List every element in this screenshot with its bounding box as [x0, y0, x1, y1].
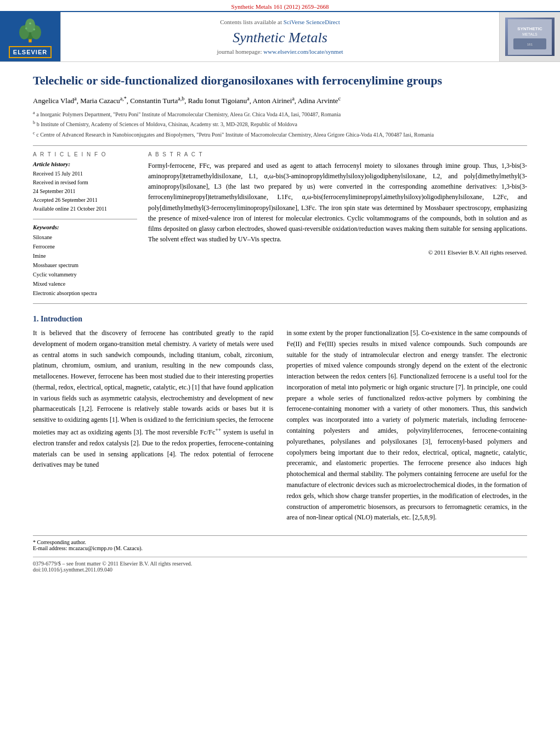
elsevier-wordmark: ELSEVIER [9, 46, 52, 58]
homepage-url[interactable]: www.elsevier.com/locate/synmet [263, 48, 343, 55]
keyword-2: Ferrocene [33, 242, 137, 251]
keyword-5: Cyclic voltammetry [33, 270, 137, 279]
journal-ref-text: Synthetic Metals 161 (2012) 2659–2668 [231, 3, 329, 10]
col-divider [33, 219, 137, 219]
svg-point-7 [29, 22, 31, 25]
journal-header-center: Contents lists available at SciVerse Sci… [60, 12, 500, 61]
svg-point-5 [25, 27, 27, 30]
article-history: Article history: Received 15 July 2011 R… [33, 161, 137, 213]
intro-col-left: It is believed that the discovery of fer… [33, 328, 274, 527]
svg-text:METALS: METALS [522, 32, 538, 36]
sciverse-line: Contents lists available at SciVerse Sci… [220, 19, 340, 25]
intro-columns: It is believed that the discovery of fer… [33, 328, 527, 527]
keywords-section: Keywords: Siloxane Ferrocene Imine Mossb… [33, 224, 137, 298]
section-title-text: Introduction [41, 315, 82, 323]
article-title: Telechelic or side-functionalized diorga… [33, 73, 527, 89]
history-body: Received 15 July 2011 Received in revise… [33, 169, 137, 213]
elsevier-logo-area: ELSEVIER [0, 12, 60, 61]
svg-point-4 [25, 19, 35, 32]
svg-rect-8 [508, 19, 552, 55]
intro-col-right: in some extent by the proper functionali… [287, 328, 528, 527]
svg-point-6 [33, 29, 35, 31]
email-line: E-mail address: mcazacu@icmpp.ro (M. Caz… [33, 545, 527, 551]
homepage-label: journal homepage: [217, 48, 262, 55]
email-address: mcazacu@icmpp.ro (M. Cazacu). [69, 545, 143, 551]
divider-2 [33, 303, 527, 304]
abstract-text: Formyl-ferrocene, FFc, was prepared and … [148, 161, 527, 245]
authors-text: Angelica Vlada, Maria Cazacua,*, Constan… [33, 97, 341, 105]
received-date: Received 15 July 2011 [33, 169, 137, 178]
sciverse-link[interactable]: SciVerse ScienceDirect [284, 19, 340, 25]
article-content: Telechelic or side-functionalized diorga… [0, 62, 560, 584]
affiliations: a a Inorganic Polymers Department, "Petr… [33, 110, 527, 139]
copyright: © 2011 Elsevier B.V. All rights reserved… [148, 249, 527, 256]
corresponding-label: * Corresponding author. [33, 539, 527, 545]
keyword-6: Mixed valence [33, 279, 137, 289]
footnote-section: * Corresponding author. E-mail address: … [33, 535, 527, 551]
history-title: Article history: [33, 161, 137, 167]
article-info-col: A R T I C L E I N F O Article history: R… [33, 151, 137, 298]
article-info-label: A R T I C L E I N F O [33, 151, 137, 157]
issn-line: 0379-6779/$ – see front matter © 2011 El… [33, 561, 527, 567]
authors-line: Angelica Vlada, Maria Cazacua,*, Constan… [33, 95, 527, 105]
keyword-4: Mossbauer spectrum [33, 261, 137, 270]
svg-text:SYNTHETIC: SYNTHETIC [517, 26, 542, 31]
journal-homepage: journal homepage: www.elsevier.com/locat… [217, 48, 343, 55]
accepted-date: Accepted 26 September 2011 [33, 196, 137, 205]
revised-date: 24 September 2011 [33, 187, 137, 196]
abstract-label: A B S T R A C T [148, 151, 527, 157]
contents-text: Contents lists available at [220, 19, 282, 25]
abstract-col: A B S T R A C T Formyl-ferrocene, FFc, w… [148, 151, 527, 298]
keyword-1: Siloxane [33, 233, 137, 242]
affiliation-a: a a Inorganic Polymers Department, "Petr… [33, 110, 527, 118]
affiliation-b: b b Institute of Chemistry, Academy of S… [33, 120, 527, 128]
page-container: Synthetic Metals 161 (2012) 2659–2668 EL… [0, 0, 560, 584]
section-title: 1. Introduction [33, 315, 527, 324]
intro-right-para: in some extent by the proper functionali… [287, 328, 528, 523]
section-number: 1. [33, 315, 39, 323]
bottom-info: 0379-6779/$ – see front matter © 2011 El… [33, 557, 527, 573]
journal-reference: Synthetic Metals 161 (2012) 2659–2668 [0, 0, 560, 11]
journal-title: Synthetic Metals [233, 30, 327, 46]
introduction-section: 1. Introduction It is believed that the … [33, 315, 527, 573]
keyword-3: Imine [33, 251, 137, 261]
right-logo-area: SYNTHETIC METALS 161 [500, 12, 560, 61]
svg-text:161: 161 [527, 43, 533, 46]
divider-1 [33, 145, 527, 146]
intro-left-para: It is believed that the discovery of fer… [33, 328, 274, 471]
affiliation-c: c c Centre of Advanced Research in Nanob… [33, 130, 527, 139]
article-info-abstract: A R T I C L E I N F O Article history: R… [33, 151, 527, 298]
available-date: Available online 21 October 2011 [33, 205, 137, 213]
received-revised-label: Received in revised form [33, 178, 137, 187]
keyword-7: Electronic absorption spectra [33, 289, 137, 298]
header-band: ELSEVIER Contents lists available at Sci… [0, 11, 560, 62]
keywords-title: Keywords: [33, 224, 137, 230]
email-label: E-mail address: [33, 545, 67, 551]
right-logo-box: SYNTHETIC METALS 161 [505, 18, 555, 56]
elsevier-tree-icon [14, 16, 47, 44]
doi-line: doi:10.1016/j.synthmet.2011.09.040 [33, 567, 527, 573]
